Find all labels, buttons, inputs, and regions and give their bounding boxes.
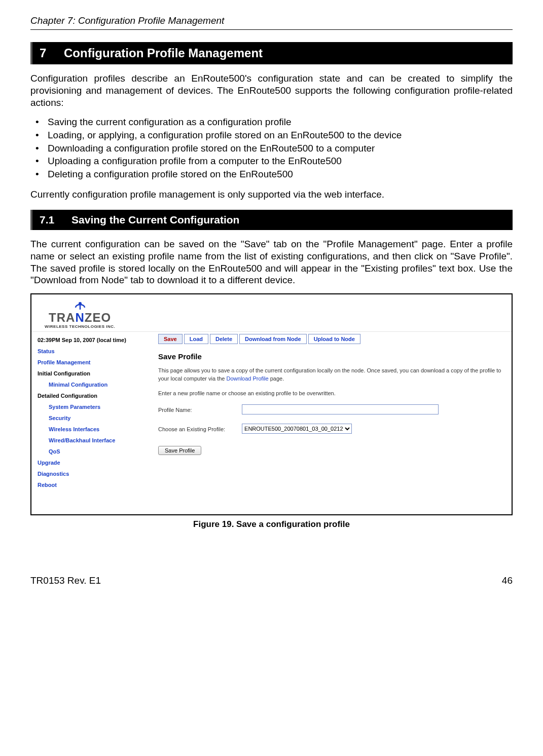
bullet-item: Loading, or applying, a configuration pr… — [38, 129, 513, 142]
sidebar-item-qos[interactable]: QoS — [38, 448, 155, 455]
logo-text: TRANZEO — [45, 312, 115, 324]
existing-profile-select[interactable]: ENROUTE500_20070801_03_00_0212 — [242, 424, 352, 434]
bullet-item: Deleting a configuration profile stored … — [38, 168, 513, 181]
section-title: Saving the Current Configuration — [71, 214, 239, 225]
profile-name-input[interactable] — [242, 404, 439, 414]
section-number: 7 — [40, 46, 46, 60]
bullet-item: Saving the current configuration as a co… — [38, 116, 513, 129]
content-panel: Save Load Delete Download from Node Uplo… — [155, 332, 512, 514]
bullet-item: Uploading a configuration profile from a… — [38, 155, 513, 168]
sidebar-item-wireless-interfaces[interactable]: Wireless Interfaces — [38, 426, 155, 432]
content-paragraph-2: Enter a new profile name or choose an ex… — [158, 390, 503, 397]
sidebar-item-system-parameters[interactable]: System Parameters — [38, 404, 155, 410]
tab-bar: Save Load Delete Download from Node Uplo… — [158, 334, 503, 344]
content-heading: Save Profile — [158, 352, 503, 361]
closing-paragraph: Currently configuration profile manageme… — [30, 188, 513, 201]
sidebar: 02:39PM Sep 10, 2007 (local time) Status… — [31, 332, 155, 514]
download-profile-link[interactable]: Download Profile — [227, 375, 269, 382]
profile-name-row: Profile Name: — [158, 404, 503, 414]
footer-left: TR0153 Rev. E1 — [30, 575, 101, 586]
save-profile-button[interactable]: Save Profile — [158, 446, 201, 455]
sidebar-heading-detailed-config: Detailed Configuration — [38, 393, 155, 399]
section-7-1-heading: 7.1 Saving the Current Configuration — [30, 210, 513, 230]
footer-page-number: 46 — [502, 575, 513, 586]
page-footer: TR0153 Rev. E1 46 — [30, 575, 513, 586]
local-time: 02:39PM Sep 10, 2007 (local time) — [38, 337, 155, 343]
logo-area: TRANZEO WIRELESS TECHNOLOGIES INC. — [31, 294, 512, 332]
existing-profile-row: Choose an Existing Profile: ENROUTE500_2… — [158, 424, 503, 434]
tab-load[interactable]: Load — [184, 334, 208, 344]
bullet-list: Saving the current configuration as a co… — [30, 116, 513, 180]
intro-paragraph: Configuration profiles describe an EnRou… — [30, 72, 513, 108]
tab-delete[interactable]: Delete — [210, 334, 238, 344]
sidebar-item-wired-backhaul[interactable]: Wired/Backhaul Interface — [38, 437, 155, 443]
sidebar-item-diagnostics[interactable]: Diagnostics — [38, 471, 155, 477]
sidebar-heading-initial-config: Initial Configuration — [38, 370, 155, 376]
sidebar-item-profile-management[interactable]: Profile Management — [38, 359, 155, 365]
figure-screenshot: TRANZEO WIRELESS TECHNOLOGIES INC. 02:39… — [30, 293, 513, 515]
figure-caption: Figure 19. Save a configuration profile — [30, 519, 513, 530]
sidebar-item-status[interactable]: Status — [38, 348, 155, 354]
sidebar-item-reboot[interactable]: Reboot — [38, 482, 155, 488]
chapter-header: Chapter 7: Configuration Profile Managem… — [30, 15, 513, 30]
logo-subtitle: WIRELESS TECHNOLOGIES INC. — [45, 324, 115, 329]
sidebar-item-minimal-config[interactable]: Minimal Configuration — [38, 382, 155, 388]
section-number: 7.1 — [40, 214, 54, 226]
section-7-heading: 7 Configuration Profile Management — [30, 42, 513, 64]
tab-save[interactable]: Save — [158, 334, 183, 344]
logo-icon — [73, 297, 87, 312]
profile-name-label: Profile Name: — [158, 407, 240, 413]
tab-upload-to-node[interactable]: Upload to Node — [308, 334, 360, 344]
content-paragraph-1: This page allows you to save a copy of t… — [158, 367, 503, 383]
existing-profile-label: Choose an Existing Profile: — [158, 426, 240, 432]
section-title: Configuration Profile Management — [64, 46, 263, 60]
tab-download-from-node[interactable]: Download from Node — [239, 334, 307, 344]
sidebar-item-upgrade[interactable]: Upgrade — [38, 460, 155, 466]
sidebar-item-security[interactable]: Security — [38, 415, 155, 421]
section-7-1-paragraph: The current configuration can be saved o… — [30, 238, 513, 286]
bullet-item: Downloading a configuration profile stor… — [38, 142, 513, 155]
